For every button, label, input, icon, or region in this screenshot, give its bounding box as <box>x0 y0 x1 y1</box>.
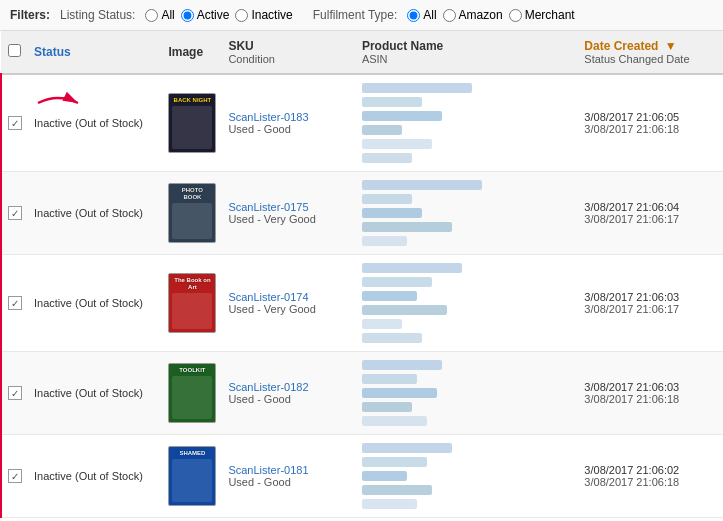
blurred-product-block <box>362 499 417 509</box>
sku-condition: Used - Good <box>228 393 290 405</box>
table-row: Inactive (Out of Stock)SHAMED ScanLister… <box>1 435 723 518</box>
fulfilment-amazon-label: Amazon <box>459 8 503 22</box>
status-column-header[interactable]: Status <box>28 31 162 74</box>
fulfilment-amazon[interactable]: Amazon <box>443 8 503 22</box>
date-cell: 3/08/2017 21:06:03 3/08/2017 21:06:18 <box>578 352 723 435</box>
fulfilment-type-label: Fulfilment Type: <box>313 8 397 22</box>
status-changed-date: 3/08/2017 21:06:17 <box>584 213 717 225</box>
blurred-product-block <box>362 194 412 204</box>
sku-cell: ScanLister-0175 Used - Very Good <box>222 172 355 255</box>
product-cell <box>356 352 578 435</box>
date-cell: 3/08/2017 21:06:04 3/08/2017 21:06:17 <box>578 172 723 255</box>
blurred-product-block <box>362 153 412 163</box>
listing-status-all-label: All <box>161 8 174 22</box>
blurred-product-block <box>362 83 472 93</box>
sku-cell: ScanLister-0181 Used - Good <box>222 435 355 518</box>
product-cell <box>356 255 578 352</box>
row-checkbox-cell[interactable] <box>1 352 28 435</box>
product-cell <box>356 435 578 518</box>
listing-status-label: Listing Status: <box>60 8 135 22</box>
status-changed-date: 3/08/2017 21:06:18 <box>584 476 717 488</box>
table-row: Inactive (Out of Stock)PHOTO BOOK ScanLi… <box>1 172 723 255</box>
filter-bar: Filters: Listing Status: All Active Inac… <box>0 0 723 31</box>
listing-status-active[interactable]: Active <box>181 8 230 22</box>
blurred-product-block <box>362 180 482 190</box>
blurred-product-block <box>362 360 442 370</box>
fulfilment-all[interactable]: All <box>407 8 436 22</box>
fulfilment-merchant-label: Merchant <box>525 8 575 22</box>
blurred-product-block <box>362 139 432 149</box>
image-cell: BACK NIGHT <box>162 74 222 172</box>
row-checkbox[interactable] <box>8 469 22 483</box>
blurred-product-block <box>362 443 452 453</box>
row-checkbox[interactable] <box>8 296 22 310</box>
status-changed-date: 3/08/2017 21:06:18 <box>584 393 717 405</box>
table-row: Inactive (Out of Stock)TOOLKIT ScanListe… <box>1 352 723 435</box>
blurred-product-block <box>362 291 417 301</box>
blurred-product-block <box>362 111 442 121</box>
date-created: 3/08/2017 21:06:05 <box>584 111 717 123</box>
status-cell: Inactive (Out of Stock) <box>28 255 162 352</box>
select-all-header[interactable] <box>1 31 28 74</box>
row-checkbox-cell[interactable] <box>1 172 28 255</box>
status-cell: Inactive (Out of Stock) <box>28 172 162 255</box>
blurred-product-block <box>362 208 422 218</box>
filters-label: Filters: <box>10 8 50 22</box>
image-cell: SHAMED <box>162 435 222 518</box>
blurred-product-block <box>362 319 402 329</box>
fulfilment-all-label: All <box>423 8 436 22</box>
date-created: 3/08/2017 21:06:04 <box>584 201 717 213</box>
date-created: 3/08/2017 21:06:03 <box>584 291 717 303</box>
select-all-checkbox[interactable] <box>8 44 21 57</box>
fulfilment-merchant[interactable]: Merchant <box>509 8 575 22</box>
status-cell: Inactive (Out of Stock) <box>28 435 162 518</box>
product-cell <box>356 172 578 255</box>
sku-condition: Used - Very Good <box>228 303 315 315</box>
blurred-product-block <box>362 222 452 232</box>
status-changed-date: 3/08/2017 21:06:18 <box>584 123 717 135</box>
table-row: Inactive (Out of Stock)The Book on Art S… <box>1 255 723 352</box>
row-checkbox-cell[interactable] <box>1 255 28 352</box>
blurred-product-block <box>362 402 412 412</box>
status-changed-date: 3/08/2017 21:06:17 <box>584 303 717 315</box>
sku-cell: ScanLister-0183 Used - Good <box>222 74 355 172</box>
sku-condition: Used - Good <box>228 476 290 488</box>
sku-id: ScanLister-0175 <box>228 201 308 213</box>
sku-id: ScanLister-0182 <box>228 381 308 393</box>
image-column-header: Image <box>162 31 222 74</box>
sku-id: ScanLister-0181 <box>228 464 308 476</box>
listings-table: Status Image SKU Condition Product Name … <box>0 31 723 518</box>
row-checkbox-cell[interactable] <box>1 435 28 518</box>
product-cell <box>356 74 578 172</box>
table-header-row: Status Image SKU Condition Product Name … <box>1 31 723 74</box>
row-checkbox-cell[interactable] <box>1 74 28 172</box>
date-created: 3/08/2017 21:06:03 <box>584 381 717 393</box>
listing-status-active-label: Active <box>197 8 230 22</box>
status-cell: Inactive (Out of Stock) <box>28 74 162 172</box>
listings-table-container: Status Image SKU Condition Product Name … <box>0 31 723 518</box>
blurred-product-block <box>362 263 462 273</box>
listing-status-inactive[interactable]: Inactive <box>235 8 292 22</box>
blurred-product-block <box>362 277 432 287</box>
blurred-product-block <box>362 485 432 495</box>
image-cell: TOOLKIT <box>162 352 222 435</box>
blurred-product-block <box>362 333 422 343</box>
blurred-product-block <box>362 236 407 246</box>
status-cell: Inactive (Out of Stock) <box>28 352 162 435</box>
date-cell: 3/08/2017 21:06:03 3/08/2017 21:06:17 <box>578 255 723 352</box>
blurred-product-block <box>362 97 422 107</box>
sku-cell: ScanLister-0174 Used - Very Good <box>222 255 355 352</box>
row-checkbox[interactable] <box>8 386 22 400</box>
blurred-product-block <box>362 388 437 398</box>
sku-id: ScanLister-0183 <box>228 111 308 123</box>
listing-status-all[interactable]: All <box>145 8 174 22</box>
blurred-product-block <box>362 125 402 135</box>
blurred-product-block <box>362 457 427 467</box>
row-checkbox[interactable] <box>8 116 22 130</box>
row-checkbox[interactable] <box>8 206 22 220</box>
date-column-header[interactable]: Date Created ▼ Status Changed Date <box>578 31 723 74</box>
sku-column-header: SKU Condition <box>222 31 355 74</box>
product-column-header: Product Name ASIN <box>356 31 578 74</box>
image-cell: PHOTO BOOK <box>162 172 222 255</box>
fulfilment-type-filter: Fulfilment Type: All Amazon Merchant <box>313 8 575 22</box>
